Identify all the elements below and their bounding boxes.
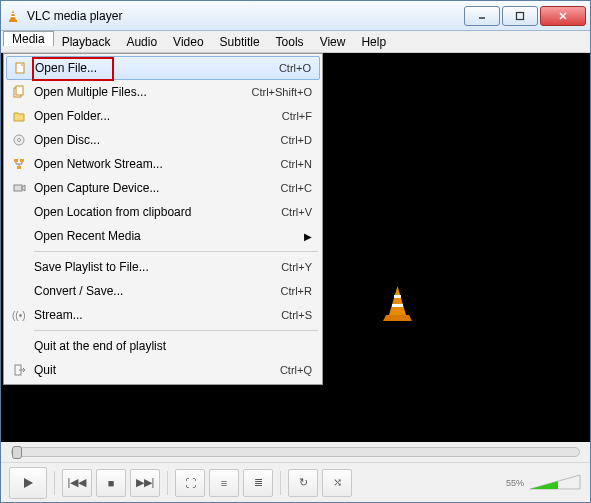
menu-item-label: Stream...: [34, 308, 83, 322]
menu-separator: [34, 330, 318, 331]
svg-rect-5: [517, 12, 524, 19]
menu-help[interactable]: Help: [353, 31, 394, 52]
menu-item-convert-save[interactable]: Convert / Save...Ctrl+R: [6, 279, 320, 303]
window-controls: [464, 6, 586, 26]
close-button[interactable]: [540, 6, 586, 26]
menu-item-label: Open Location from clipboard: [34, 205, 191, 219]
menu-tools[interactable]: Tools: [268, 31, 312, 52]
next-button[interactable]: ▶▶|: [130, 469, 160, 497]
menu-shortcut: Ctrl+S: [281, 309, 312, 321]
svg-rect-17: [14, 185, 22, 191]
menu-item-stream[interactable]: ((•))Stream...Ctrl+S: [6, 303, 320, 327]
seek-track[interactable]: [11, 447, 580, 457]
svg-rect-3: [11, 16, 15, 17]
menu-item-open-capture-device[interactable]: Open Capture Device...Ctrl+C: [6, 176, 320, 200]
svg-rect-14: [14, 159, 18, 162]
quit-icon: [11, 362, 27, 378]
menu-playback[interactable]: Playback: [54, 31, 119, 52]
svg-text:((•)): ((•)): [12, 310, 26, 321]
previous-button[interactable]: |◀◀: [62, 469, 92, 497]
volume-percent: 55%: [506, 478, 524, 488]
menu-shortcut: Ctrl+R: [281, 285, 312, 297]
app-window: VLC media player Media Open File...Ctrl+…: [0, 0, 591, 503]
seek-knob[interactable]: [12, 446, 22, 459]
menu-item-label: Quit at the end of playlist: [34, 339, 166, 353]
svg-marker-25: [24, 478, 33, 488]
menu-subtitle[interactable]: Subtitle: [212, 31, 268, 52]
svg-rect-15: [20, 159, 24, 162]
menu-item-label: Open Recent Media: [34, 229, 141, 243]
playback-controls: |◀◀ ■ ▶▶| ⛶ ≡ ≣ ↻ ⤭ 55%: [1, 462, 590, 502]
menu-item-open-folder[interactable]: Open Folder...Ctrl+F: [6, 104, 320, 128]
volume-control: 55%: [506, 473, 582, 493]
file-icon: [12, 60, 28, 76]
fullscreen-button[interactable]: ⛶: [175, 469, 205, 497]
media-dropdown: Open File...Ctrl+OOpen Multiple Files...…: [3, 53, 323, 385]
svg-marker-0: [10, 10, 16, 20]
menu-view[interactable]: View: [312, 31, 354, 52]
menu-shortcut: Ctrl+C: [281, 182, 312, 194]
menu-item-save-playlist-to-file[interactable]: Save Playlist to File...Ctrl+Y: [6, 255, 320, 279]
menu-shortcut: Ctrl+O: [279, 62, 311, 74]
loop-button[interactable]: ↻: [288, 469, 318, 497]
play-button[interactable]: [9, 467, 47, 499]
menu-item-label: Open Multiple Files...: [34, 85, 147, 99]
menu-item-label: Quit: [34, 363, 56, 377]
menu-media[interactable]: Media: [3, 31, 54, 46]
vlc-app-icon: [5, 8, 21, 24]
menu-shortcut: Ctrl+Shift+O: [251, 86, 312, 98]
network-icon: [11, 156, 27, 172]
menu-item-open-recent-media[interactable]: Open Recent Media▶: [6, 224, 320, 248]
menu-shortcut: Ctrl+N: [281, 158, 312, 170]
menu-media-wrapper: Media Open File...Ctrl+OOpen Multiple Fi…: [3, 31, 54, 52]
svg-point-13: [18, 139, 21, 142]
menu-item-label: Open Capture Device...: [34, 181, 159, 195]
svg-rect-24: [392, 304, 403, 307]
menu-item-quit-at-the-end-of-playlist[interactable]: Quit at the end of playlist: [6, 334, 320, 358]
minimize-button[interactable]: [464, 6, 500, 26]
separator: [54, 471, 55, 495]
menu-item-open-network-stream[interactable]: Open Network Stream...Ctrl+N: [6, 152, 320, 176]
maximize-button[interactable]: [502, 6, 538, 26]
menu-separator: [34, 251, 318, 252]
folder-icon: [11, 108, 27, 124]
svg-marker-22: [383, 315, 412, 321]
svg-rect-8: [16, 63, 24, 73]
menu-shortcut: Ctrl+D: [281, 134, 312, 146]
svg-marker-21: [389, 286, 406, 315]
stop-button[interactable]: ■: [96, 469, 126, 497]
menu-item-label: Open Disc...: [34, 133, 100, 147]
disc-icon: [11, 132, 27, 148]
menu-item-label: Open File...: [35, 61, 97, 75]
submenu-arrow-icon: ▶: [304, 231, 312, 242]
window-title: VLC media player: [27, 9, 464, 23]
menu-shortcut: Ctrl+Q: [280, 364, 312, 376]
menu-item-label: Open Folder...: [34, 109, 110, 123]
shuffle-button[interactable]: ⤭: [322, 469, 352, 497]
volume-slider[interactable]: [528, 473, 582, 493]
menu-item-quit[interactable]: QuitCtrl+Q: [6, 358, 320, 382]
menu-item-open-disc[interactable]: Open Disc...Ctrl+D: [6, 128, 320, 152]
menu-shortcut: Ctrl+Y: [281, 261, 312, 273]
svg-rect-1: [9, 20, 17, 22]
svg-rect-16: [17, 166, 21, 169]
files-icon: [11, 84, 27, 100]
titlebar: VLC media player: [1, 1, 590, 31]
svg-rect-23: [394, 295, 401, 298]
menubar: Media Open File...Ctrl+OOpen Multiple Fi…: [1, 31, 590, 53]
seek-bar: [1, 442, 590, 462]
menu-item-open-multiple-files[interactable]: Open Multiple Files...Ctrl+Shift+O: [6, 80, 320, 104]
menu-video[interactable]: Video: [165, 31, 211, 52]
vlc-cone-icon: [380, 283, 415, 323]
playlist-button[interactable]: ≣: [243, 469, 273, 497]
separator: [280, 471, 281, 495]
menu-shortcut: Ctrl+V: [281, 206, 312, 218]
svg-rect-2: [12, 13, 15, 14]
stream-icon: ((•)): [11, 307, 27, 323]
menu-item-open-file[interactable]: Open File...Ctrl+O: [6, 56, 320, 80]
extended-settings-button[interactable]: ≡: [209, 469, 239, 497]
menu-audio[interactable]: Audio: [118, 31, 165, 52]
menu-item-label: Convert / Save...: [34, 284, 123, 298]
menu-item-open-location-from-clipboard[interactable]: Open Location from clipboardCtrl+V: [6, 200, 320, 224]
separator: [167, 471, 168, 495]
